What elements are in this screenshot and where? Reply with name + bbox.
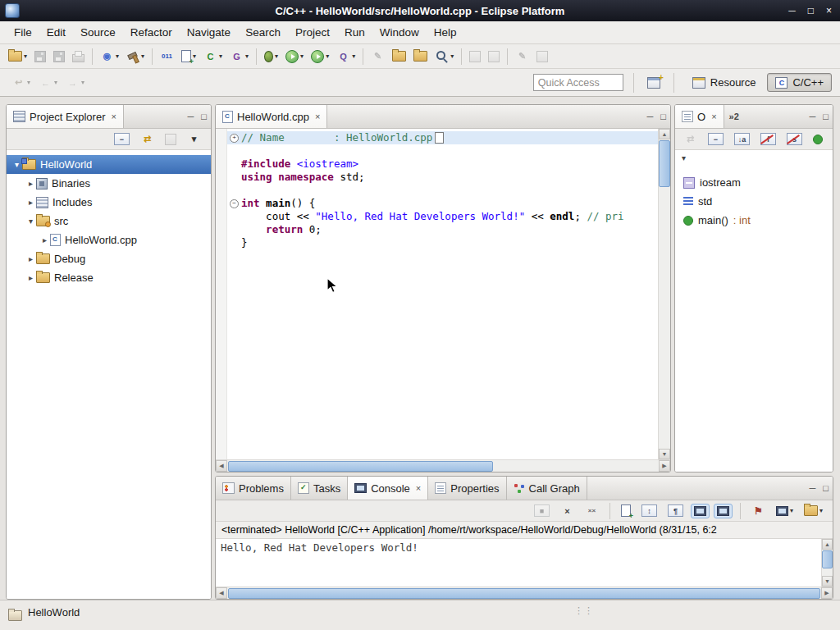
scrollbar-thumb[interactable] xyxy=(228,588,820,599)
code-line-8[interactable]: return 0; xyxy=(227,223,658,236)
profile-dropdown[interactable]: ▾ xyxy=(352,52,355,60)
outline-item-std[interactable]: std xyxy=(675,192,833,211)
outline-item-main-[interactable]: main() : int xyxy=(675,211,833,230)
build-all-button[interactable]: 011 xyxy=(157,48,177,66)
scroll-lock-button[interactable]: ↕ xyxy=(638,502,660,519)
search-dropdown[interactable]: ▾ xyxy=(450,52,454,60)
perspective-cpp-button[interactable]: C/C++ xyxy=(767,73,832,92)
tree-item-binaries[interactable]: ▸Binaries xyxy=(7,174,211,193)
code-line-2[interactable] xyxy=(227,144,658,158)
tree-item-helloworld-cpp[interactable]: ▸HelloWorld.cpp xyxy=(7,231,211,249)
maximize-view-button[interactable]: □ xyxy=(660,112,666,121)
tab-console[interactable]: Console× xyxy=(348,477,428,500)
search-button[interactable]: ▾ xyxy=(431,48,457,66)
build-button[interactable]: ▾ xyxy=(123,48,148,66)
build-dropdown[interactable]: ▾ xyxy=(141,52,144,60)
code-template-button[interactable]: G▾ xyxy=(226,48,252,66)
expander-icon[interactable]: ▸ xyxy=(25,198,36,207)
menu-project[interactable]: Project xyxy=(288,21,337,43)
minimize-view-button[interactable]: ─ xyxy=(810,112,816,121)
maximize-view-button[interactable]: □ xyxy=(823,112,829,121)
console-output[interactable]: Hello, Red Hat Developers World! xyxy=(216,539,821,587)
folded-region-indicator[interactable] xyxy=(435,132,444,144)
new-cpp-project-button[interactable]: ◉▾ xyxy=(97,48,122,66)
run-button[interactable]: ▾ xyxy=(282,48,307,66)
scroll-left-icon[interactable]: ◀ xyxy=(216,460,227,472)
console-vertical-scrollbar[interactable]: ▲ ▼ xyxy=(821,539,833,587)
new-class-button[interactable]: C▾ xyxy=(200,48,226,66)
code-line-9[interactable]: } xyxy=(227,236,658,249)
window-minimize-button[interactable]: ─ xyxy=(788,5,796,16)
new-cpp-project-dropdown[interactable]: ▾ xyxy=(116,52,119,60)
scroll-down-icon[interactable]: ▼ xyxy=(822,576,833,587)
new-class-dropdown[interactable]: ▾ xyxy=(219,52,222,60)
maximize-view-button[interactable]: □ xyxy=(201,112,207,121)
expander-icon[interactable]: ▸ xyxy=(25,273,36,282)
tree-item-helloworld[interactable]: ▾HelloWorld xyxy=(7,155,211,174)
run-dropdown[interactable]: ▾ xyxy=(300,52,304,60)
new-source-file-button[interactable]: ▾ xyxy=(178,48,199,65)
scroll-right-icon[interactable]: ▶ xyxy=(659,460,670,472)
console-horizontal-scrollbar[interactable]: ◀ ▶ xyxy=(216,587,833,599)
expander-icon[interactable]: ▸ xyxy=(25,254,36,263)
open-resource-button[interactable] xyxy=(410,48,431,64)
window-maximize-button[interactable]: □ xyxy=(808,5,814,16)
link-with-editor-button[interactable]: ⇄ xyxy=(137,130,158,148)
menu-source[interactable]: Source xyxy=(73,21,123,43)
close-icon[interactable]: × xyxy=(711,112,716,121)
hide-non-public-button[interactable] xyxy=(810,132,826,147)
expander-icon[interactable]: ▸ xyxy=(39,235,50,244)
menu-help[interactable]: Help xyxy=(427,21,464,43)
view-menu-button[interactable]: ▾ xyxy=(184,130,204,148)
editor-horizontal-scrollbar[interactable]: ◀ ▶ xyxy=(216,459,670,472)
open-console-dropdown[interactable]: ▾ xyxy=(819,507,823,514)
menu-file[interactable]: File xyxy=(7,21,39,43)
menu-refactor[interactable]: Refactor xyxy=(123,21,180,43)
open-type-button[interactable] xyxy=(389,48,409,64)
minimize-view-button[interactable]: ─ xyxy=(810,483,816,493)
clear-console-button[interactable] xyxy=(618,502,634,519)
minimize-view-button[interactable]: ─ xyxy=(188,112,194,121)
code-line-3[interactable]: #include <iostream> xyxy=(227,158,658,171)
tree-item-debug[interactable]: ▸Debug xyxy=(7,249,211,268)
menu-navigate[interactable]: Navigate xyxy=(180,21,238,43)
close-icon[interactable]: × xyxy=(111,112,116,121)
window-close-button[interactable]: × xyxy=(826,5,832,16)
word-wrap-button[interactable]: ¶ xyxy=(664,502,687,519)
code-template-dropdown[interactable]: ▾ xyxy=(245,52,249,60)
run-history-button[interactable]: ▾ xyxy=(308,48,332,66)
expander-icon[interactable]: ▾ xyxy=(25,217,36,226)
tab-tasks[interactable]: Tasks xyxy=(291,477,348,500)
tree-item-release[interactable]: ▸Release xyxy=(7,268,211,287)
debug-dropdown[interactable]: ▾ xyxy=(275,52,278,60)
tab-outline[interactable]: O × xyxy=(675,105,724,128)
editor-vertical-scrollbar[interactable]: ▲ ▼ xyxy=(658,129,670,459)
hide-fields-button[interactable]: f xyxy=(757,130,779,148)
remove-all-launches-button[interactable]: ×× xyxy=(582,502,602,520)
tab-properties[interactable]: Properties xyxy=(428,477,506,500)
menu-run[interactable]: Run xyxy=(337,21,372,43)
scroll-down-icon[interactable]: ▼ xyxy=(659,449,670,459)
maximize-view-button[interactable]: □ xyxy=(823,483,829,493)
code-line-7[interactable]: cout << "Hello, Red Hat Developers World… xyxy=(227,210,658,223)
open-perspective-button[interactable] xyxy=(644,75,664,91)
close-icon[interactable]: × xyxy=(416,483,421,493)
code-line-5[interactable] xyxy=(227,184,658,197)
run-history-dropdown[interactable]: ▾ xyxy=(326,52,329,60)
fold-minus-icon[interactable]: − xyxy=(227,199,241,208)
tab-project-explorer[interactable]: Project Explorer × xyxy=(7,105,124,128)
code-line-4[interactable]: using namespace std; xyxy=(227,171,658,184)
debug-button[interactable]: ▾ xyxy=(261,48,281,65)
view-overflow-button[interactable]: »2 xyxy=(724,105,744,128)
menu-window[interactable]: Window xyxy=(372,21,427,43)
code-line-1[interactable]: +// Name : HelloWorld.cpp xyxy=(227,131,658,144)
status-drag-handle[interactable]: ⋮⋮ xyxy=(574,605,594,616)
fold-plus-icon[interactable]: + xyxy=(227,134,241,143)
menu-search[interactable]: Search xyxy=(238,21,288,43)
tree-item-src[interactable]: ▾src xyxy=(7,212,211,231)
collapse-all-button[interactable]: − xyxy=(111,130,133,148)
display-selected-console-dropdown[interactable]: ▾ xyxy=(790,507,793,514)
scrollbar-thumb[interactable] xyxy=(228,461,493,472)
quick-access-input[interactable] xyxy=(533,74,623,91)
scrollbar-thumb[interactable] xyxy=(822,550,833,568)
